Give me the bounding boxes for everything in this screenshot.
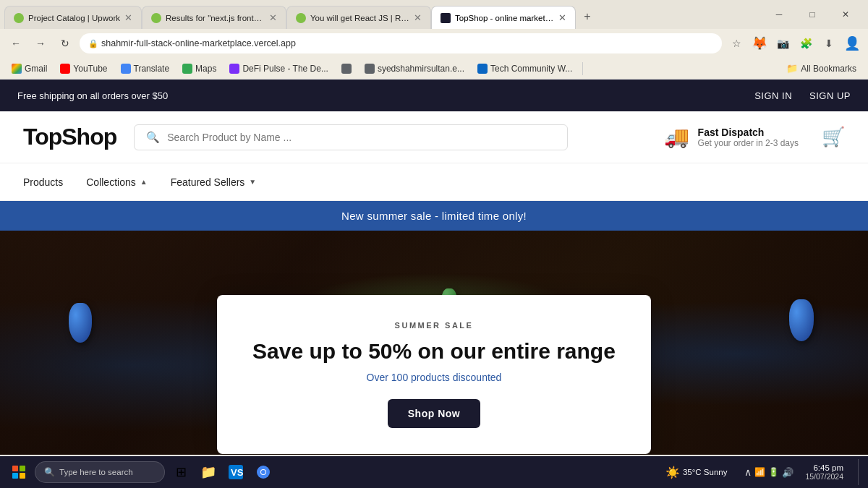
vscode-button[interactable]: VS xyxy=(223,459,249,485)
tab-close-1[interactable]: ✕ xyxy=(124,12,132,23)
weather-icon: ☀️ xyxy=(665,466,680,479)
task-view-button[interactable]: ⊞ xyxy=(168,459,194,485)
announcement-text: Free shipping on all orders over $50 xyxy=(17,90,754,101)
techcomm-favicon xyxy=(477,64,488,74)
truck-icon: 🚚 xyxy=(664,125,689,149)
tab-project-catalog[interactable]: Project Catalog | Upwork ✕ xyxy=(4,6,142,29)
maximize-button[interactable]: □ xyxy=(796,3,829,26)
show-desktop-button[interactable] xyxy=(858,459,862,485)
tab-label-3: You will get React JS | React De... xyxy=(310,14,409,22)
refresh-button[interactable]: ↻ xyxy=(55,33,75,53)
tab-bar: Project Catalog | Upwork ✕ Results for "… xyxy=(0,0,868,29)
start-button[interactable] xyxy=(6,459,32,485)
dispatch-info: 🚚 Fast Dispatch Get your order in 2-3 da… xyxy=(664,125,799,149)
search-input[interactable] xyxy=(167,132,556,143)
tab-results[interactable]: Results for "next.js frontend de... ✕ xyxy=(142,6,286,29)
bookmark-translate[interactable]: Translate xyxy=(115,61,176,76)
profile-icon[interactable]: 🦊 xyxy=(749,33,770,53)
user-account-icon[interactable]: 👤 xyxy=(842,33,862,53)
bookmark-translate-label: Translate xyxy=(134,64,170,74)
bookmarks-separator xyxy=(582,62,583,75)
back-button[interactable]: ← xyxy=(6,33,26,53)
bookmark-gmail-label: Gmail xyxy=(25,64,47,74)
tab-close-3[interactable]: ✕ xyxy=(414,12,422,23)
network-icon[interactable]: 📶 xyxy=(754,467,765,477)
address-bar[interactable]: 🔒 shahmir-full-stack-online-marketplace.… xyxy=(80,33,722,53)
sale-banner: New summer sale - limited time only! xyxy=(0,201,868,231)
bookmark-shahmir[interactable]: syedshahmirsultan.e... xyxy=(359,61,470,76)
window-controls: ─ □ ✕ xyxy=(762,3,862,26)
bookmark-gmail[interactable]: Gmail xyxy=(6,61,53,76)
game-piece-right xyxy=(789,299,814,341)
file-explorer-button[interactable]: 📁 xyxy=(195,459,221,485)
all-bookmarks-label: All Bookmarks xyxy=(801,64,856,74)
nav-collections[interactable]: Collections ▲ xyxy=(86,165,147,200)
auth-links: SIGN IN SIGN UP xyxy=(754,90,851,101)
hero-card: SUMMER SALE Save up to 50% on our entire… xyxy=(217,295,651,454)
bookmark-youtube[interactable]: YouTube xyxy=(54,61,113,76)
extension-icon[interactable]: 🧩 xyxy=(796,33,816,53)
bookmarks-bar: Gmail YouTube Translate Maps DeFi Pulse … xyxy=(0,58,868,80)
hero-section: SUMMER SALE Save up to 50% on our entire… xyxy=(0,231,868,455)
tab-topshop[interactable]: TopShop - online marketplace ✕ xyxy=(431,6,576,29)
volume-icon[interactable]: 🔊 xyxy=(782,467,793,478)
featured-sellers-chevron-icon: ▼ xyxy=(249,178,256,186)
taskbar: 🔍 Type here to search ⊞ 📁 VS ☀️ 35°C Sun… xyxy=(0,456,868,488)
bookmark-techcomm-label: Tech Community W... xyxy=(490,64,572,74)
weather-text: 35°C Sunny xyxy=(683,468,728,476)
all-bookmarks-folder[interactable]: 📁 All Bookmarks xyxy=(780,61,862,76)
sign-up-link[interactable]: SIGN UP xyxy=(809,90,851,101)
browser-chrome: Project Catalog | Upwork ✕ Results for "… xyxy=(0,0,868,80)
nav-products[interactable]: Products xyxy=(23,165,63,200)
shop-now-button[interactable]: Shop Now xyxy=(388,399,480,428)
clock-time: 6:45 pm xyxy=(813,463,843,472)
new-tab-button[interactable]: + xyxy=(577,7,597,27)
maps-favicon xyxy=(182,64,192,74)
taskbar-icons: ⊞ 📁 VS xyxy=(168,459,276,485)
battery-icon[interactable]: 🔋 xyxy=(768,467,779,477)
dispatch-title: Fast Dispatch xyxy=(698,127,799,138)
site-logo[interactable]: TopShop xyxy=(23,124,116,150)
forward-button[interactable]: → xyxy=(30,33,51,53)
tab-react[interactable]: You will get React JS | React De... ✕ xyxy=(286,6,431,29)
nav-featured-sellers[interactable]: Featured Sellers ▼ xyxy=(171,165,257,200)
gmail-favicon xyxy=(12,64,22,74)
nav-products-label: Products xyxy=(23,176,63,188)
minimize-button[interactable]: ─ xyxy=(762,3,796,26)
screenshot-icon[interactable]: 📷 xyxy=(773,33,793,53)
address-bar-row: ← → ↻ 🔒 shahmir-full-stack-online-market… xyxy=(0,29,868,58)
sign-in-link[interactable]: SIGN IN xyxy=(754,90,792,101)
bookmark-generic[interactable] xyxy=(336,61,357,76)
site-header: TopShop 🔍 🚚 Fast Dispatch Get your order… xyxy=(0,111,868,163)
bookmark-defi[interactable]: DeFi Pulse - The De... xyxy=(224,61,334,76)
dispatch-text: Fast Dispatch Get your order in 2-3 days xyxy=(698,127,799,148)
cart-icon[interactable]: 🛒 xyxy=(822,126,845,148)
clock[interactable]: 6:45 pm 15/07/2024 xyxy=(805,463,849,481)
close-button[interactable]: ✕ xyxy=(829,3,862,26)
tab-favicon-3 xyxy=(296,13,306,23)
game-piece-left xyxy=(69,303,92,343)
tab-close-2[interactable]: ✕ xyxy=(269,12,277,23)
taskbar-search[interactable]: 🔍 Type here to search xyxy=(35,461,165,483)
chrome-button[interactable] xyxy=(250,459,276,485)
hero-label: SUMMER SALE xyxy=(252,321,616,330)
generic-favicon xyxy=(341,64,352,74)
taskbar-right: ☀️ 35°C Sunny ∧ 📶 🔋 🔊 6:45 pm 15/07/2024 xyxy=(660,459,862,485)
tab-favicon-4 xyxy=(441,13,451,23)
tab-close-4[interactable]: ✕ xyxy=(558,12,566,23)
download-icon[interactable]: ⬇ xyxy=(819,33,839,53)
bookmark-youtube-label: YouTube xyxy=(73,64,107,74)
windows-logo-icon xyxy=(12,466,25,479)
search-bar[interactable]: 🔍 xyxy=(134,124,568,150)
hero-title: Save up to 50% on our entire range xyxy=(252,338,616,364)
sale-banner-text: New summer sale - limited time only! xyxy=(341,210,527,222)
bookmark-star-icon[interactable]: ☆ xyxy=(726,33,746,53)
announcement-bar: Free shipping on all orders over $50 SIG… xyxy=(0,80,868,111)
bookmark-maps[interactable]: Maps xyxy=(176,61,222,76)
bookmark-techcomm[interactable]: Tech Community W... xyxy=(472,61,578,76)
tab-label-4: TopShop - online marketplace xyxy=(455,14,554,22)
tray-up-arrow-icon[interactable]: ∧ xyxy=(744,466,752,478)
site-navigation: Products Collections ▲ Featured Sellers … xyxy=(0,163,868,201)
search-icon: 🔍 xyxy=(146,131,160,144)
youtube-favicon xyxy=(60,64,70,74)
